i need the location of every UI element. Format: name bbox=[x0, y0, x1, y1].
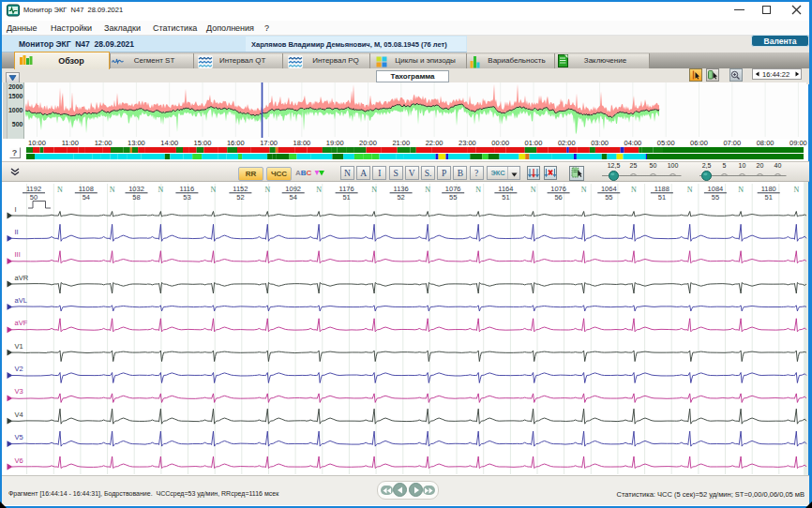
svg-text:aVR: aVR bbox=[15, 274, 29, 282]
svg-text:N: N bbox=[371, 186, 377, 194]
svg-text:1152: 1152 bbox=[233, 185, 248, 193]
svg-text:1064: 1064 bbox=[601, 185, 617, 193]
svg-text:N: N bbox=[687, 186, 693, 194]
svg-text:1136: 1136 bbox=[394, 185, 409, 193]
svg-text:50: 50 bbox=[30, 193, 38, 202]
svg-text:N: N bbox=[475, 186, 481, 194]
svg-text:V5: V5 bbox=[15, 433, 23, 441]
svg-text:1084: 1084 bbox=[708, 185, 724, 193]
svg-text:1188: 1188 bbox=[654, 185, 669, 193]
svg-text:N: N bbox=[211, 186, 217, 194]
svg-text:N: N bbox=[531, 186, 536, 194]
svg-text:54: 54 bbox=[290, 193, 297, 202]
svg-text:V2: V2 bbox=[15, 365, 23, 373]
svg-text:1192: 1192 bbox=[26, 185, 41, 193]
svg-text:1076: 1076 bbox=[550, 185, 566, 193]
svg-text:58: 58 bbox=[132, 193, 140, 202]
svg-text:51: 51 bbox=[765, 193, 773, 202]
svg-text:1164: 1164 bbox=[498, 185, 513, 193]
svg-text:56: 56 bbox=[554, 193, 562, 202]
svg-text:54: 54 bbox=[83, 193, 90, 202]
svg-text:V1: V1 bbox=[15, 342, 23, 351]
svg-text:1180: 1180 bbox=[761, 185, 776, 193]
svg-text:N: N bbox=[158, 186, 164, 194]
svg-text:V3: V3 bbox=[15, 387, 23, 396]
svg-text:1076: 1076 bbox=[445, 185, 461, 193]
svg-text:55: 55 bbox=[449, 193, 457, 202]
svg-text:N: N bbox=[110, 186, 115, 194]
svg-text:N: N bbox=[264, 186, 270, 194]
svg-text:V6: V6 bbox=[15, 456, 23, 465]
svg-text:aVF: aVF bbox=[15, 319, 28, 327]
svg-text:N: N bbox=[581, 186, 587, 194]
svg-text:N: N bbox=[425, 186, 430, 194]
svg-text:N: N bbox=[793, 186, 799, 194]
svg-text:1116: 1116 bbox=[180, 185, 195, 193]
svg-text:V4: V4 bbox=[15, 411, 23, 419]
svg-text:I: I bbox=[15, 205, 17, 214]
svg-text:52: 52 bbox=[236, 193, 244, 202]
svg-text:N: N bbox=[316, 186, 322, 194]
svg-text:52: 52 bbox=[397, 193, 404, 202]
svg-text:aVL: aVL bbox=[15, 296, 27, 305]
svg-text:II: II bbox=[15, 228, 19, 236]
svg-text:III: III bbox=[15, 250, 21, 259]
svg-text:55: 55 bbox=[605, 193, 612, 202]
svg-text:1032: 1032 bbox=[128, 185, 144, 193]
svg-text:51: 51 bbox=[502, 193, 509, 202]
svg-text:51: 51 bbox=[658, 193, 666, 202]
svg-text:N: N bbox=[57, 186, 63, 194]
svg-text:N: N bbox=[631, 186, 637, 194]
svg-text:1092: 1092 bbox=[285, 185, 301, 193]
svg-text:1176: 1176 bbox=[339, 185, 354, 193]
svg-text:51: 51 bbox=[342, 193, 350, 202]
svg-text:1108: 1108 bbox=[79, 185, 94, 193]
svg-text:53: 53 bbox=[183, 193, 190, 202]
svg-text:55: 55 bbox=[712, 193, 719, 202]
svg-text:N: N bbox=[738, 186, 744, 194]
